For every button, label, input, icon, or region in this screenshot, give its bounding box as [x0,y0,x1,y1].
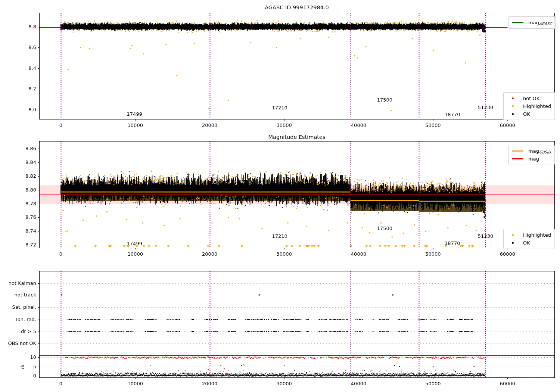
legend-dot-marker-icon [507,242,519,244]
legend-item: OK [507,239,551,247]
legend-item-label: magAGASC [528,20,552,26]
x-tick-label: 50000 [425,122,441,128]
legend-dot-marker-icon [507,105,519,107]
y-tick-label: 8.2 [3,86,36,91]
dr-tick-label: 0 [3,373,36,379]
x-tick-label: 0 [59,122,62,128]
flag-row-label: not track [3,292,36,298]
flag-row-label: Sat. pixel. [3,304,36,310]
legend-item: Highlighted [507,102,551,110]
x-tick-label: 0 [59,381,62,386]
legend-line-marker-icon [512,22,524,23]
y-tick-label: 8.78 [3,201,36,206]
marker-swatch [512,105,514,107]
annotation-obsid: 18770 [445,240,460,246]
annotation-obsid: 17499 [127,241,142,246]
x-tick-label: 10000 [128,122,143,128]
legend-item: OK [507,110,551,118]
legend-item-label: mag [528,156,539,162]
x-tick-label: 20000 [202,381,217,386]
flag-row-label: dr > 5 [3,329,36,334]
y-tick-label: 8.84 [3,159,36,165]
legend-box: magAGASC [508,16,556,29]
marker-swatch [512,242,514,244]
y-tick-label: 8.4 [3,65,36,71]
x-tick-label: 60000 [500,122,515,128]
flag-row-label: Ion. rad. [3,317,36,322]
y-tick-label: 8.82 [3,173,36,179]
x-tick-label: 30000 [276,381,292,386]
legend-item-label: magOBSID [528,148,551,154]
plots-canvas [0,0,560,392]
marker-swatch [512,150,523,152]
plot2-title: Magnitude Estimates [268,134,325,140]
legend-item-label: Highlighted [523,103,551,109]
x-tick-label: 20000 [202,251,217,257]
legend-item: magOBSID [512,147,551,155]
flag-row-label: not Kalman [3,280,36,286]
plot1-title: AGASC ID 999172984.0 [265,4,329,10]
legend-label-subscript: AGASC [539,22,552,26]
legend-line-marker-icon [512,158,524,159]
legend-line-marker-icon [512,150,524,152]
legend-item: mag [512,155,551,163]
legend-box: not OKHighlightedOK [503,92,555,120]
x-tick-label: 10000 [128,251,143,257]
x-tick-label: 50000 [425,251,441,257]
y-tick-label: 8.76 [3,214,36,220]
legend-item: not OK [507,94,551,102]
marker-swatch [512,22,523,23]
x-tick-label: 30000 [276,122,292,128]
flag-row-label: OBS not OK [3,340,36,346]
x-tick-label: 50000 [425,381,441,386]
dr-axis-label: dr [20,364,25,369]
x-tick-label: 40000 [351,251,366,257]
marker-swatch [512,158,523,159]
legend-item: magAGASC [512,19,552,27]
dr-tick-label: 10 [3,354,36,360]
x-tick-label: 10000 [128,381,143,386]
legend-box: HighlightedOK [503,229,555,249]
x-tick-label: 60000 [500,381,515,386]
y-tick-label: 8.86 [3,146,36,151]
marker-swatch [512,97,514,99]
legend-item-label: OK [523,240,530,246]
annotation-obsid: 17500 [377,97,392,102]
annotation-obsid: 18770 [445,111,460,117]
marker-swatch [512,113,514,115]
x-tick-label: 40000 [351,381,366,386]
legend-item-label: not OK [523,96,539,101]
y-tick-label: 8.80 [3,187,36,193]
annotation-obsid: 17499 [127,111,142,117]
annotation-obsid: 51230 [478,104,493,110]
x-tick-label: 30000 [276,251,292,257]
y-tick-label: 8.74 [3,228,36,234]
legend-dot-marker-icon [507,97,519,99]
legend-item-label: Highlighted [523,232,551,238]
legend-dot-marker-icon [507,113,519,115]
legend-label-subscript: OBSID [539,150,551,154]
x-tick-label: 0 [59,251,62,257]
x-tick-label: 60000 [500,251,515,257]
marker-swatch [512,234,514,236]
x-tick-label: 40000 [351,122,366,128]
legend-dot-marker-icon [507,234,519,236]
x-tick-label: 20000 [202,122,217,128]
legend-item-label: OK [523,111,530,117]
annotation-obsid: 51230 [478,233,493,239]
legend-box: magOBSIDmag [508,145,555,165]
legend-item: Highlighted [507,231,551,239]
y-tick-label: 8.72 [3,242,36,248]
annotation-obsid: 17500 [377,225,392,231]
y-tick-label: 8.6 [3,44,36,50]
figure: AGASC ID 999172984.0 Magnitude Estimates… [0,0,560,392]
y-tick-label: 8.8 [3,24,36,29]
annotation-obsid: 17210 [272,233,287,239]
y-tick-label: 8.0 [3,107,36,112]
annotation-obsid: 17210 [272,105,287,110]
